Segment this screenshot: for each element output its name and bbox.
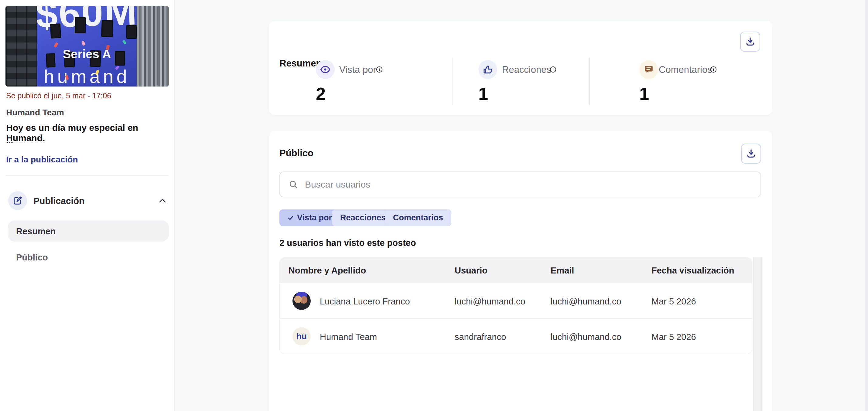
sidebar-divider bbox=[5, 176, 168, 176]
stat-divider bbox=[589, 58, 590, 105]
cell-name: Humand Team bbox=[320, 332, 377, 342]
avatar bbox=[292, 292, 311, 310]
table-row[interactable]: Luciana Lucero Franco luchi@humand.co lu… bbox=[280, 283, 752, 318]
chevron-up-icon[interactable] bbox=[157, 195, 168, 206]
comments-stat-label: Comentarios bbox=[659, 64, 712, 75]
thumbs-up-icon bbox=[483, 64, 493, 75]
search-icon bbox=[288, 180, 298, 189]
filter-chip-label: Vista por bbox=[297, 213, 332, 222]
publico-card: Público Vista por Reacciones Comentarios… bbox=[269, 131, 772, 411]
humand-analytics-page: $60M Series A humand bbox=[0, 0, 868, 411]
thumbnail-blue-building: $60M Series A humand bbox=[36, 6, 137, 87]
viewers-table: Nombre y Apellido Usuario Email Fecha vi… bbox=[279, 257, 752, 354]
eye-icon bbox=[320, 64, 331, 75]
page-scrollbar[interactable] bbox=[865, 0, 868, 411]
column-header-date: Fecha visualización bbox=[651, 265, 734, 276]
stat-divider bbox=[452, 58, 453, 105]
post-ellipsis: ... bbox=[6, 135, 13, 145]
search-box bbox=[279, 171, 761, 197]
cell-date: Mar 5 2026 bbox=[651, 332, 696, 342]
cell-username: sandrafranco bbox=[455, 332, 506, 342]
post-author: Humand Team bbox=[6, 108, 64, 118]
resumen-card-title: Resumen bbox=[279, 58, 322, 69]
thumbnail-right-building bbox=[137, 6, 169, 87]
table-scrollbar[interactable] bbox=[753, 257, 762, 411]
filter-chip-vista-por[interactable]: Vista por bbox=[279, 210, 340, 226]
cell-username: luchi@humand.co bbox=[455, 296, 525, 307]
thumbnail-humand-text: humand bbox=[36, 66, 137, 87]
thumbnail-left-building bbox=[5, 6, 37, 87]
download-icon bbox=[746, 149, 756, 159]
check-icon bbox=[287, 215, 294, 221]
reactions-stat-icon-circle bbox=[478, 60, 497, 79]
comments-stat-value: 1 bbox=[639, 84, 649, 104]
pencil-icon bbox=[12, 195, 23, 206]
resumen-download-button[interactable] bbox=[740, 32, 760, 52]
column-header-email: Email bbox=[551, 265, 574, 276]
filter-chip-label: Comentarios bbox=[393, 213, 443, 222]
go-to-post-link[interactable]: Ir a la publicación bbox=[6, 155, 78, 164]
cell-date: Mar 5 2026 bbox=[651, 296, 696, 307]
avatar: hu bbox=[292, 327, 311, 345]
views-stat-value: 2 bbox=[316, 84, 326, 104]
reactions-stat-value: 1 bbox=[478, 84, 488, 104]
publico-card-title: Público bbox=[279, 148, 313, 159]
sidebar-item-resumen[interactable]: Resumen bbox=[8, 220, 169, 242]
column-header-username: Usuario bbox=[455, 265, 488, 276]
viewers-summary-text: 2 usuarios han visto este posteo bbox=[279, 238, 416, 248]
table-header-row: Nombre y Apellido Usuario Email Fecha vi… bbox=[280, 258, 752, 283]
sidebar-item-publico[interactable]: Público bbox=[16, 253, 48, 262]
resumen-card: Resumen Vista por 2 bbox=[269, 21, 772, 115]
published-date: Se publicó el jue, 5 mar - 17:06 bbox=[6, 91, 111, 100]
sidebar-section-publicacion: Publicación bbox=[33, 196, 85, 206]
download-icon bbox=[745, 36, 755, 47]
comments-info-icon[interactable] bbox=[710, 66, 717, 73]
post-thumbnail-image: $60M Series A humand bbox=[5, 6, 169, 87]
search-input[interactable] bbox=[305, 180, 730, 190]
comments-stat-icon-circle bbox=[639, 60, 658, 79]
sidebar: $60M Series A humand bbox=[0, 0, 175, 411]
sidebar-item-resumen-label: Resumen bbox=[16, 226, 56, 236]
views-info-icon[interactable] bbox=[376, 66, 383, 73]
cell-email: luchi@humand.co bbox=[551, 296, 621, 307]
post-title: Hoy es un día muy especial en Humand. bbox=[6, 123, 174, 143]
views-stat-label: Vista por bbox=[339, 64, 376, 75]
table-row[interactable]: hu Humand Team sandrafranco luchi@humand… bbox=[280, 318, 752, 354]
publico-download-button[interactable] bbox=[741, 144, 761, 164]
comment-icon bbox=[644, 64, 654, 75]
reactions-info-icon[interactable] bbox=[550, 66, 557, 73]
cell-name: Luciana Lucero Franco bbox=[320, 296, 410, 307]
filter-chip-label: Reacciones bbox=[340, 213, 386, 222]
reactions-stat-label: Reacciones bbox=[502, 64, 551, 75]
cell-email: luchi@humand.co bbox=[551, 332, 621, 342]
views-stat-icon-circle bbox=[316, 60, 335, 79]
filter-chip-comentarios[interactable]: Comentarios bbox=[385, 210, 451, 226]
publication-edit-icon bbox=[8, 191, 27, 210]
thumbnail-series-a-text: Series A bbox=[36, 48, 137, 61]
column-header-name: Nombre y Apellido bbox=[288, 265, 366, 276]
